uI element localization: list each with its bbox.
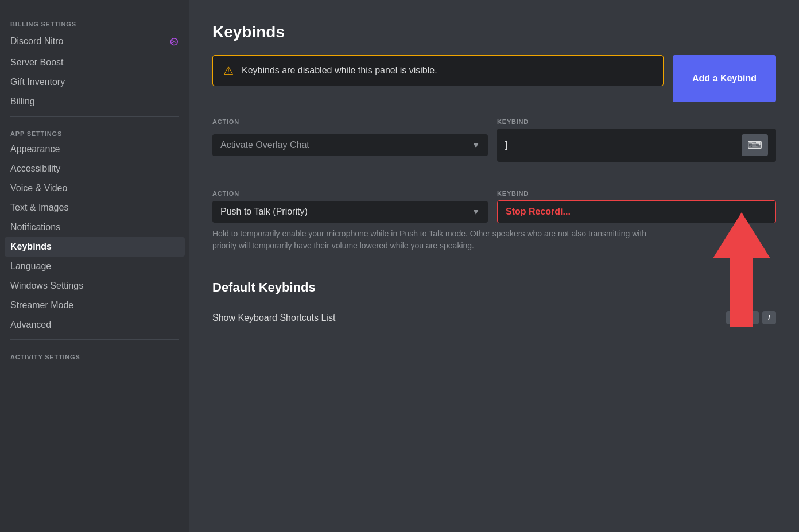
keybind-column-label-2: KEYBIND: [497, 190, 776, 197]
nitro-icon: ⊛: [169, 34, 179, 48]
keybind-input-2-recording[interactable]: Stop Recordi...: [497, 200, 776, 223]
keybind-badges: CTRL /: [726, 311, 776, 324]
sidebar-item-label: Advanced: [10, 320, 51, 330]
warning-icon: ⚠: [223, 64, 234, 77]
default-keybind-row-1: Show Keyboard Shortcuts List CTRL /: [212, 306, 776, 329]
sidebar-item-label: Text & Images: [10, 203, 68, 213]
keybind-entry-1: ACTION KEYBIND Activate Overlay Chat ▼ ]…: [212, 118, 776, 162]
keyboard-icon-button-1[interactable]: ⌨: [742, 134, 768, 156]
action-select-arrow-2: ▼: [472, 207, 480, 216]
separator-2: [212, 266, 776, 266]
sidebar-item-label: Windows Settings: [10, 281, 83, 291]
sidebar-item-windows-settings[interactable]: Windows Settings: [5, 276, 185, 296]
sidebar-item-server-boost[interactable]: Server Boost: [5, 53, 185, 72]
sidebar-item-label: Streamer Mode: [10, 300, 73, 310]
recording-text: Stop Recordi...: [506, 207, 571, 217]
action-select-1[interactable]: Activate Overlay Chat ▼: [212, 134, 488, 156]
sidebar-item-gift-inventory[interactable]: Gift Inventory: [5, 72, 185, 92]
sidebar-item-label: Server Boost: [10, 57, 63, 68]
sidebar-item-appearance[interactable]: Appearance: [5, 139, 185, 159]
push-to-talk-description: Hold to temporarily enable your micropho…: [212, 228, 672, 252]
keybind-row-1: Activate Overlay Chat ▼ ] ⌨: [212, 129, 776, 162]
main-content: Keybinds ⚠ Keybinds are disabled while t…: [189, 0, 799, 532]
action-select-value-2: Push to Talk (Priority): [220, 207, 308, 217]
sidebar-item-label: Discord Nitro: [10, 36, 63, 46]
keyboard-icon: ⌨: [747, 139, 762, 152]
sidebar-item-label: Keybinds: [10, 242, 52, 252]
field-labels-1: ACTION KEYBIND: [212, 118, 776, 125]
sidebar-item-label: Appearance: [10, 144, 60, 154]
page-title: Keybinds: [212, 23, 776, 41]
field-labels-2: ACTION KEYBIND: [212, 190, 776, 197]
sidebar-item-voice-video[interactable]: Voice & Video: [5, 178, 185, 198]
keybind-entry-2: ACTION KEYBIND Push to Talk (Priority) ▼…: [212, 190, 776, 252]
keybind-input-1[interactable]: ] ⌨: [497, 129, 776, 162]
sidebar-divider-2: [10, 339, 179, 340]
keybind-row-2: Push to Talk (Priority) ▼ Stop Recordi..…: [212, 200, 776, 223]
keybind-column-label: KEYBIND: [497, 118, 776, 125]
action-select-value-1: Activate Overlay Chat: [220, 140, 309, 150]
sidebar-item-label: Voice & Video: [10, 183, 67, 193]
sidebar-item-discord-nitro[interactable]: Discord Nitro ⊛: [5, 30, 185, 53]
sidebar-item-billing[interactable]: Billing: [5, 92, 185, 111]
add-keybind-button[interactable]: Add a Keybind: [673, 55, 776, 102]
sidebar-item-text-images[interactable]: Text & Images: [5, 198, 185, 218]
sidebar-item-accessibility[interactable]: Accessibility: [5, 159, 185, 178]
billing-settings-section-label: BILLING SETTINGS: [5, 11, 185, 30]
sidebar-item-label: Billing: [10, 96, 35, 107]
keyboard-shortcuts-label: Show Keyboard Shortcuts List: [212, 313, 335, 323]
sidebar-item-label: Language: [10, 261, 51, 271]
warning-row: ⚠ Keybinds are disabled while this panel…: [212, 55, 776, 102]
action-select-arrow-1: ▼: [472, 141, 480, 150]
action-column-label: ACTION: [212, 118, 488, 125]
warning-banner: ⚠ Keybinds are disabled while this panel…: [212, 55, 664, 86]
ctrl-badge: CTRL: [726, 311, 759, 324]
activity-settings-section-label: ACTIVITY SETTINGS: [5, 344, 185, 363]
sidebar-item-label: Gift Inventory: [10, 77, 65, 87]
action-select-2[interactable]: Push to Talk (Priority) ▼: [212, 201, 488, 223]
action-column-label-2: ACTION: [212, 190, 488, 197]
separator-1: [212, 176, 776, 176]
keybind-value-1: ]: [505, 140, 507, 150]
sidebar-item-keybinds[interactable]: Keybinds: [5, 237, 185, 257]
warning-text: Keybinds are disabled while this panel i…: [242, 65, 437, 76]
sidebar-divider-1: [10, 116, 179, 117]
sidebar: BILLING SETTINGS Discord Nitro ⊛ Server …: [0, 0, 189, 532]
sidebar-item-label: Accessibility: [10, 164, 60, 174]
slash-badge: /: [762, 311, 776, 324]
sidebar-item-advanced[interactable]: Advanced: [5, 315, 185, 335]
sidebar-item-language[interactable]: Language: [5, 257, 185, 276]
default-keybinds-title: Default Keybinds: [212, 280, 776, 295]
sidebar-item-streamer-mode[interactable]: Streamer Mode: [5, 296, 185, 315]
app-settings-section-label: APP SETTINGS: [5, 121, 185, 139]
sidebar-item-notifications[interactable]: Notifications: [5, 218, 185, 237]
sidebar-item-label: Notifications: [10, 222, 60, 232]
